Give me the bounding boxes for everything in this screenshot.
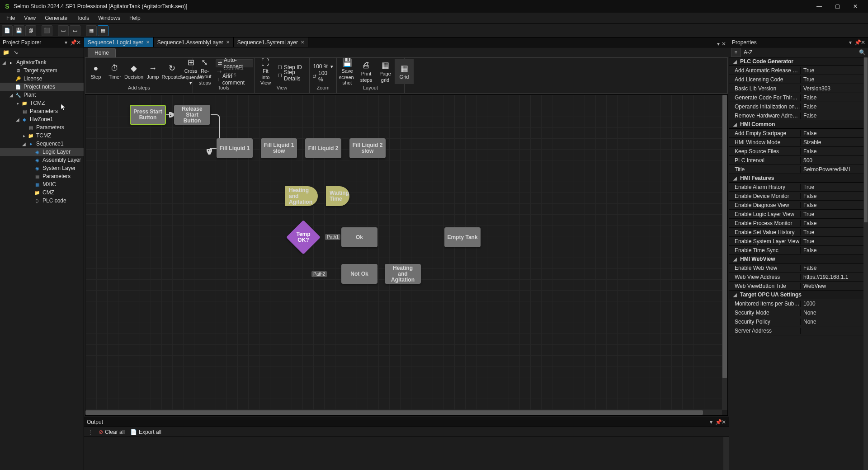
menu-windows[interactable]: Windows — [94, 13, 125, 23]
panel-pin-icon[interactable]: 📌 — [70, 39, 75, 46]
prop-row[interactable]: Enable Diagnose ViewFalse — [729, 201, 868, 210]
panel-close-icon[interactable]: ✕ — [76, 39, 81, 46]
tree-item[interactable]: ◢◆HwZone1 — [0, 115, 84, 123]
tree-item[interactable]: ◢●Sequence1 — [0, 140, 84, 148]
maximize-button[interactable]: ▢ — [828, 0, 846, 13]
minimize-button[interactable]: — — [810, 0, 828, 13]
prop-row[interactable]: Server Address — [729, 326, 868, 335]
add-comment-button[interactable]: T Add comment — [216, 75, 253, 84]
prop-row[interactable]: TitleSelmoPoweredHMI — [729, 165, 868, 174]
prop-row[interactable]: Security PolicyNone — [729, 317, 868, 326]
panel-dropdown-icon[interactable]: ▾ — [64, 39, 68, 46]
zoom-value[interactable]: 100 % ▾ — [311, 62, 335, 70]
ribbon-btn-timer[interactable]: ⏱Timer — [105, 59, 124, 84]
tree-item[interactable]: 🔑License — [0, 75, 84, 83]
step-details-toggle[interactable]: ☐ Step Details — [276, 71, 308, 80]
prop-row[interactable]: PLC Interval500 — [729, 156, 868, 165]
zoom-reset[interactable]: ↺ 100 % — [311, 72, 335, 80]
project-tree[interactable]: ◢▸AgitatorTank 🖥Target system🔑License📄Pr… — [0, 57, 84, 470]
prop-sort-label[interactable]: A-Z — [744, 49, 752, 56]
prop-row[interactable]: Enable Web ViewFalse — [729, 263, 868, 273]
menu-tools[interactable]: Tools — [72, 13, 94, 23]
prop-row[interactable]: Remove Hardware Adress DeclarationFalse — [729, 111, 868, 120]
prop-row[interactable]: Enable Set Value HistoryTrue — [729, 228, 868, 237]
doc-tab[interactable]: Sequence1.SystemLayer✕ — [234, 38, 308, 47]
prop-category[interactable]: ◢PLC Code Generator — [729, 57, 868, 66]
tree-item[interactable]: 📁CMZ — [0, 188, 84, 197]
tree-item[interactable]: ◢🔧Plant — [0, 91, 84, 99]
prop-row[interactable]: Operands Initalization onceFalse — [729, 102, 868, 111]
tab-close-icon[interactable]: ✕ — [722, 41, 726, 47]
ribbon-btn-print[interactable]: 🖨Printsteps — [357, 59, 376, 84]
ribbon-btn-grid[interactable]: ▦Grid — [395, 59, 414, 84]
menu-generate[interactable]: Generate — [40, 13, 72, 23]
close-button[interactable]: ✕ — [846, 0, 864, 13]
doc-tab[interactable]: Sequence1.AssemblyLayer✕ — [154, 38, 234, 47]
close-icon[interactable]: ✕ — [146, 40, 150, 45]
export-all-button[interactable]: 📄Export all — [130, 429, 161, 435]
tree-item[interactable]: ⟨⟩PLC code — [0, 197, 84, 205]
prop-category[interactable]: ◢HMI WebView — [729, 255, 868, 263]
toolbar-btn-3[interactable]: 🗐 — [25, 25, 36, 36]
menu-help[interactable]: Help — [125, 13, 145, 23]
close-icon[interactable]: ✕ — [226, 40, 230, 45]
tree-tool-icon[interactable]: ↘ — [12, 48, 20, 56]
prop-row[interactable]: Monitored Items per Subscription1000 — [729, 299, 868, 308]
node-fill1slow[interactable]: Fill Liquid 1 slow — [261, 138, 297, 158]
toolbar-btn-8[interactable]: ▦ — [98, 25, 108, 36]
prop-row[interactable]: Enable Device MonitorFalse — [729, 192, 868, 201]
prop-row[interactable]: Web View Addresshttps://192.168.1.1 — [729, 273, 868, 282]
menu-view[interactable]: View — [19, 13, 40, 23]
toolbar-btn-1[interactable]: 📄 — [2, 25, 13, 36]
ribbon-tab-home[interactable]: Home — [88, 48, 116, 57]
tree-item[interactable]: ▤Parameters — [0, 107, 84, 115]
prop-row[interactable]: Basic Lib VersionVersion303 — [729, 84, 868, 93]
tree-item[interactable]: ▦MXIC — [0, 180, 84, 188]
toolbar-btn-5[interactable]: ▭ — [58, 25, 69, 36]
node-ok[interactable]: Ok — [341, 227, 377, 247]
tree-item[interactable]: ◉System Layer — [0, 164, 84, 172]
clear-all-button[interactable]: ⊘Clear all — [99, 429, 125, 435]
tree-item[interactable]: ▤Parameters — [0, 172, 84, 180]
tree-item[interactable]: ▸📁TCMZ — [0, 132, 84, 140]
node-release-start[interactable]: Release Start Button — [174, 105, 210, 125]
menu-file[interactable]: File — [2, 13, 19, 23]
canvas-scrollbar-v[interactable] — [722, 95, 727, 410]
prop-row[interactable]: Add Licensing CodeTrue — [729, 75, 868, 84]
node-wait[interactable]: Waiting Time — [326, 186, 349, 206]
ribbon-btn-repeater[interactable]: ↻Repeater — [162, 59, 181, 84]
node-temp-ok[interactable]: Temp OK? — [286, 220, 321, 254]
tree-item[interactable]: 📄Project notes — [0, 83, 84, 91]
prop-categorized-icon[interactable]: ≡ — [731, 48, 741, 57]
tree-item[interactable]: ▤Parameters — [0, 123, 84, 132]
ribbon-btn-jump[interactable]: →Jump — [143, 59, 162, 84]
node-heat-agitate-2[interactable]: Heating and Agitation — [385, 264, 421, 284]
doc-tab[interactable]: Sequence1.LogicLayer✕ — [84, 38, 154, 47]
prop-row[interactable]: Enable Process MonitorFalse — [729, 219, 868, 228]
prop-row[interactable]: Enable Alarm HistoryTrue — [729, 183, 868, 192]
ribbon-btn-save[interactable]: 💾Savescreen-shot — [338, 59, 357, 84]
relayout-button[interactable]: ⤡Re-layoutsteps — [194, 59, 216, 84]
prop-row[interactable]: HMI Window ModeSizable — [729, 138, 868, 147]
prop-row[interactable]: Generate Code For Third Party HMIFalse — [729, 93, 868, 102]
search-icon[interactable]: 🔍 — [858, 49, 866, 56]
toolbar-btn-4[interactable]: ⬛ — [42, 25, 52, 36]
prop-row[interactable]: Enable Time SyncFalse — [729, 246, 868, 255]
node-fill1[interactable]: Fill Liquid 1 — [217, 138, 253, 158]
toolbar-btn-7[interactable]: ▦ — [86, 25, 97, 36]
properties-grid[interactable]: ◢PLC Code GeneratorAdd Automatic Release… — [729, 57, 868, 470]
tree-item[interactable]: ◉Logic Layer — [0, 148, 84, 156]
fit-view-button[interactable]: ⛶Fitinto View — [255, 59, 276, 84]
prop-row[interactable]: Web ViewButton TitleWebView — [729, 282, 868, 291]
prop-category[interactable]: ◢Target OPC UA Settings — [729, 291, 868, 299]
prop-row[interactable]: Enable Logic Layer ViewTrue — [729, 210, 868, 219]
ribbon-btn-decision[interactable]: ◆Decision — [124, 59, 143, 84]
node-not-ok[interactable]: Not Ok — [341, 264, 377, 284]
prop-row[interactable]: Keep Source FilesFalse — [729, 147, 868, 156]
node-fill2[interactable]: Fill Liquid 2 — [305, 138, 341, 158]
node-empty-tank[interactable]: Empty Tank — [444, 227, 481, 247]
prop-row[interactable]: Add Empty StartpageFalse — [729, 129, 868, 138]
toolbar-btn-6[interactable]: ▭ — [70, 25, 80, 36]
prop-row[interactable]: Enable System Layer ViewTrue — [729, 237, 868, 246]
canvas-scrollbar-h[interactable] — [85, 410, 722, 415]
